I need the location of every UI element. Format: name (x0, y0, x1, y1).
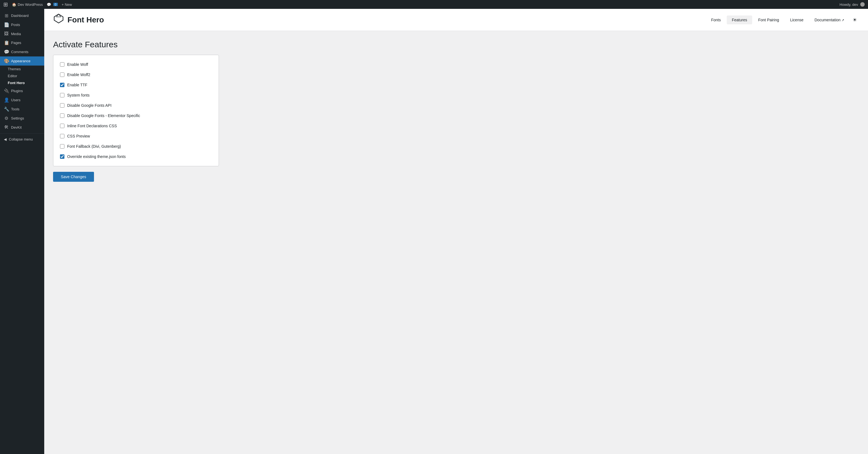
plugin-logo: Font Hero (53, 13, 104, 27)
label-disable-google-fonts-api: Disable Google Fonts API (67, 103, 112, 108)
posts-icon: 📄 (4, 22, 9, 27)
wp-logo-icon[interactable]: ⊞ (3, 1, 8, 8)
checkbox-system-fonts[interactable] (60, 93, 64, 97)
save-changes-button[interactable]: Save Changes (53, 172, 94, 182)
feature-row-css-preview: CSS Preview (60, 131, 212, 141)
feature-row-enable-ttf: Enable TTF (60, 80, 212, 90)
feature-row-disable-google-fonts-elementor: Disable Google Fonts - Elementor Specifi… (60, 111, 212, 121)
dashboard-icon: ⊞ (4, 13, 9, 18)
content-area: Font Hero Fonts Features Font Pairing Li… (44, 9, 868, 454)
appearance-icon: 🎨 (4, 58, 9, 64)
avatar (860, 2, 865, 7)
feature-row-enable-woff2: Enable Woff2 (60, 70, 212, 80)
users-icon: 👤 (4, 97, 9, 103)
nav-license[interactable]: License (785, 16, 808, 24)
checkbox-enable-ttf[interactable] (60, 83, 64, 87)
plugin-name: Font Hero (67, 16, 104, 24)
tools-icon: 🔧 (4, 107, 9, 112)
plugin-header: Font Hero Fonts Features Font Pairing Li… (44, 9, 868, 31)
label-css-preview: CSS Preview (67, 134, 90, 138)
label-disable-google-fonts-elementor: Disable Google Fonts - Elementor Specifi… (67, 113, 140, 118)
label-enable-ttf: Enable TTF (67, 83, 87, 87)
feature-row-inline-font-declarations: Inline Font Declarations CSS (60, 121, 212, 131)
label-enable-woff2: Enable Woff2 (67, 73, 90, 77)
checkbox-enable-woff2[interactable] (60, 73, 64, 77)
media-icon: 🖼 (4, 31, 9, 36)
nav-documentation[interactable]: Documentation (809, 16, 849, 24)
sidebar-item-posts[interactable]: 📄 Posts (0, 20, 44, 29)
page-title: Activate Features (53, 40, 859, 49)
feature-row-disable-google-fonts-api: Disable Google Fonts API (60, 101, 212, 111)
checkbox-css-preview[interactable] (60, 134, 64, 138)
feature-row-font-fallback: Font Fallback (Divi, Gutenberg) (60, 141, 212, 151)
sidebar-item-comments[interactable]: 💬 Comments (0, 47, 44, 56)
sidebar-item-tools[interactable]: 🔧 Tools (0, 105, 44, 114)
checkbox-font-fallback[interactable] (60, 144, 64, 148)
theme-toggle-icon[interactable]: ☀ (850, 15, 859, 25)
nav-features[interactable]: Features (727, 16, 752, 24)
collapse-menu-button[interactable]: ◀ Collapse menu (0, 135, 44, 143)
sidebar-item-plugins[interactable]: 🔌 Plugins (0, 86, 44, 95)
label-enable-woff: Enable Woff (67, 62, 88, 67)
sidebar-item-editor[interactable]: Editor (0, 73, 44, 79)
collapse-icon: ◀ (4, 137, 7, 141)
sidebar-item-themes[interactable]: Themes (0, 65, 44, 73)
settings-icon: ⚙ (4, 116, 9, 121)
sidebar-item-devkit[interactable]: 🛠 DevKit (0, 123, 44, 132)
home-icon: 🏠 (12, 2, 16, 7)
pages-icon: 📋 (4, 40, 9, 46)
label-font-fallback: Font Fallback (Divi, Gutenberg) (67, 144, 121, 148)
sidebar-item-users[interactable]: 👤 Users (0, 95, 44, 105)
sidebar: ⊞ Dashboard 📄 Posts 🖼 Media 📋 Pages 💬 Co… (0, 9, 44, 454)
sidebar-divider (0, 133, 44, 134)
checkbox-override-theme-json[interactable] (60, 154, 64, 159)
sidebar-item-settings[interactable]: ⚙ Settings (0, 114, 44, 123)
page-content: Activate Features Enable WoffEnable Woff… (44, 31, 868, 191)
plugin-logo-icon (53, 13, 64, 27)
feature-row-enable-woff: Enable Woff (60, 59, 212, 70)
sidebar-item-pages[interactable]: 📋 Pages (0, 38, 44, 47)
label-inline-font-declarations: Inline Font Declarations CSS (67, 124, 117, 128)
checkbox-disable-google-fonts-elementor[interactable] (60, 113, 64, 118)
admin-bar-site-name[interactable]: 🏠 Dev WordPress (12, 2, 43, 7)
checkbox-disable-google-fonts-api[interactable] (60, 103, 64, 108)
comments-icon: 💬 (47, 2, 51, 7)
admin-bar-howdy: Howdy, dev (840, 2, 858, 7)
label-override-theme-json: Override existing theme.json fonts (67, 154, 126, 159)
admin-bar-comments[interactable]: 💬 0 (47, 2, 58, 7)
plugins-icon: 🔌 (4, 88, 9, 93)
sidebar-item-media[interactable]: 🖼 Media (0, 29, 44, 38)
admin-bar: ⊞ 🏠 Dev WordPress 💬 0 + New Howdy, dev (0, 0, 868, 9)
nav-font-pairing[interactable]: Font Pairing (753, 16, 784, 24)
sidebar-item-dashboard[interactable]: ⊞ Dashboard (0, 11, 44, 20)
nav-fonts[interactable]: Fonts (706, 16, 726, 24)
plugin-nav: Fonts Features Font Pairing License Docu… (706, 15, 859, 25)
admin-bar-new[interactable]: + New (62, 2, 72, 7)
feature-row-override-theme-json: Override existing theme.json fonts (60, 151, 212, 162)
main-layout: ⊞ Dashboard 📄 Posts 🖼 Media 📋 Pages 💬 Co… (0, 9, 868, 454)
sidebar-item-appearance[interactable]: 🎨 Appearance (0, 56, 44, 65)
comments-sidebar-icon: 💬 (4, 49, 9, 55)
sidebar-item-font-hero[interactable]: Font Hero (0, 79, 44, 86)
checkbox-inline-font-declarations[interactable] (60, 124, 64, 128)
devkit-icon: 🛠 (4, 125, 9, 130)
feature-row-system-fonts: System fonts (60, 90, 212, 101)
features-panel: Enable WoffEnable Woff2Enable TTFSystem … (53, 55, 219, 166)
checkbox-enable-woff[interactable] (60, 62, 64, 67)
label-system-fonts: System fonts (67, 93, 90, 97)
